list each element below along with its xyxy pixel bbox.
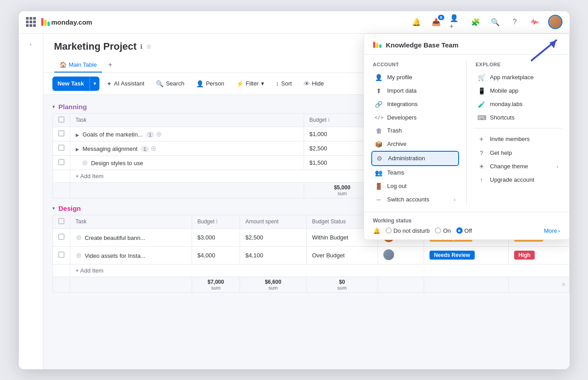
add-subtask-1[interactable]: ⊕ <box>156 130 162 138</box>
design-row-budget-1: $3,000 <box>192 228 240 246</box>
ai-assistant-button[interactable]: ✦ AI Assistant <box>102 77 149 91</box>
design-add-item-label[interactable]: + Add Item <box>70 264 569 277</box>
design-header-checkbox[interactable] <box>58 218 64 224</box>
dropdown-item-invite[interactable]: + Invite members <box>474 132 562 146</box>
pulse-icon[interactable] <box>528 16 541 28</box>
radio-do-not-disturb[interactable] <box>386 227 392 234</box>
design-add-subtask-1[interactable]: ⊕ <box>76 234 82 241</box>
mobile-icon: 📱 <box>477 87 485 94</box>
status-do-not-disturb[interactable]: Do not disturb <box>386 227 430 234</box>
info-icon[interactable]: ℹ <box>140 43 142 50</box>
dropdown-label-trash: Trash <box>387 127 456 134</box>
dropdown-item-change-theme[interactable]: ☀ Change theme › <box>474 160 562 173</box>
dropdown-label-shortcuts: Shortcuts <box>490 114 558 121</box>
star-icon[interactable]: ☆ <box>146 43 152 50</box>
dropdown-item-switch[interactable]: ↔ Switch accounts › <box>371 193 459 206</box>
sidebar-toggle[interactable]: › <box>26 39 36 50</box>
sort-icon: ↕ <box>276 80 279 87</box>
notifications-icon[interactable]: 🔔 <box>410 16 423 28</box>
apps-icon[interactable]: 🧩 <box>469 16 482 28</box>
status-off[interactable]: Off <box>456 227 472 234</box>
tab-main-table[interactable]: 🏠 Main Table <box>54 58 103 73</box>
person-icon: 👤 <box>196 80 204 87</box>
inbox-icon[interactable]: 📥 8 <box>430 16 442 28</box>
design-add-subtask-2[interactable]: ⊕ <box>76 252 82 259</box>
search-button[interactable]: 🔍 Search <box>151 77 189 91</box>
radio-on[interactable] <box>435 227 441 234</box>
task-name-1: Goals of the marketin... <box>82 131 142 138</box>
owner-avatar-2 <box>383 249 394 260</box>
search-icon[interactable]: 🔍 <box>489 16 502 28</box>
planning-toggle-icon[interactable]: ▾ <box>52 104 55 110</box>
row-check-1[interactable] <box>52 127 70 141</box>
add-tab-button[interactable]: + <box>104 59 116 71</box>
dropdown-item-get-help[interactable]: ? Get help <box>474 146 562 160</box>
sidebar: › <box>19 34 43 369</box>
more-label: More <box>544 227 558 234</box>
logo[interactable]: monday.com <box>41 18 92 26</box>
row-expander-2[interactable]: ▶ <box>76 147 79 152</box>
working-status-row: 🔔 Do not disturb On Off More › <box>373 227 560 234</box>
theme-icon: ☀ <box>477 163 485 170</box>
design-row-priority-2[interactable]: High <box>508 246 569 264</box>
sort-button[interactable]: ↕ Sort <box>271 77 296 91</box>
sort-label: Sort <box>281 80 292 87</box>
dropdown-item-my-profile[interactable]: 👤 My profile <box>371 71 459 84</box>
dropdown-label-labs: monday.labs <box>490 101 558 107</box>
design-toggle-icon[interactable]: ▾ <box>52 205 55 211</box>
dropdown-label-integrations: Integrations <box>387 101 456 107</box>
logout-icon: 🚪 <box>375 183 383 190</box>
filter-button[interactable]: ⚡ Filter ▾ <box>232 77 269 91</box>
working-status-more[interactable]: More › <box>544 227 560 234</box>
grid-menu-icon[interactable] <box>26 17 36 27</box>
dropdown-item-mobile[interactable]: 📱 Mobile app <box>474 84 562 98</box>
dropdown-account-title: Account <box>371 60 459 71</box>
user-avatar[interactable] <box>548 15 562 29</box>
dropdown-label-marketplace: App marketplace <box>490 74 558 81</box>
administration-icon: ⚙ <box>376 155 384 162</box>
design-row-amount-1: $2,500 <box>240 228 306 246</box>
design-row-check-1[interactable] <box>52 228 70 246</box>
add-subtask-2[interactable]: ⊕ <box>150 145 156 152</box>
radio-off[interactable] <box>456 227 463 234</box>
dropdown-label-upgrade: Upgrade account <box>490 176 558 183</box>
hide-label: Hide <box>312 80 324 87</box>
labs-icon: 🧪 <box>477 101 485 108</box>
new-task-dropdown-arrow[interactable]: ▾ <box>90 77 99 91</box>
trash-icon: 🗑 <box>375 127 383 134</box>
design-add-item-row[interactable]: + Add Item <box>52 264 569 277</box>
logo-icon <box>41 18 50 26</box>
design-row-task-1: ⊕ Create beautiful bann... <box>70 228 192 246</box>
dropdown-item-archive[interactable]: 📦 Archive <box>371 137 459 151</box>
row-expander-1[interactable]: ▶ <box>76 132 79 137</box>
dropdown-item-trash[interactable]: 🗑 Trash <box>371 124 459 137</box>
dropdown-label-get-help: Get help <box>490 149 558 156</box>
dropdown-item-import[interactable]: ⬆ Import data <box>371 84 459 98</box>
dropdown-item-upgrade[interactable]: ↑ Upgrade account <box>474 173 562 187</box>
dropdown-item-shortcuts[interactable]: ⌨ Shortcuts <box>474 111 562 124</box>
invite-icon[interactable]: 👤+ <box>450 16 462 28</box>
dropdown-item-teams[interactable]: 👥 Teams <box>371 166 459 179</box>
person-label: Person <box>206 80 224 87</box>
invite-members-icon: + <box>477 135 485 143</box>
dropdown-item-labs[interactable]: 🧪 monday.labs <box>474 98 562 111</box>
dropdown-item-developers[interactable]: </> Developers <box>371 111 459 124</box>
planning-header-checkbox[interactable] <box>58 116 64 123</box>
dropdown-item-integrations[interactable]: 🔗 Integrations <box>371 98 459 111</box>
person-button[interactable]: 👤 Person <box>192 77 229 91</box>
row-check-3[interactable] <box>52 155 70 170</box>
project-title: Marketing Project <box>54 41 137 52</box>
dropdown-item-administration[interactable]: ⚙ Administration <box>371 151 459 166</box>
row-check-2[interactable] <box>52 141 70 155</box>
hide-button[interactable]: 👁 Hide <box>299 77 329 91</box>
switch-arrow-icon: › <box>454 197 455 202</box>
design-row-check-2[interactable] <box>52 246 70 264</box>
status-on[interactable]: On <box>435 227 451 234</box>
new-task-button[interactable]: New Task ▾ <box>52 77 99 91</box>
dropdown-item-logout[interactable]: 🚪 Log out <box>371 179 459 193</box>
planning-group-name: Planning <box>59 103 87 111</box>
dropdown-label-my-profile: My profile <box>387 74 456 81</box>
add-subtask-3[interactable]: ⊕ <box>82 159 88 167</box>
help-icon[interactable]: ? <box>509 16 521 28</box>
design-row-status-2[interactable]: Needs Review <box>424 246 508 264</box>
